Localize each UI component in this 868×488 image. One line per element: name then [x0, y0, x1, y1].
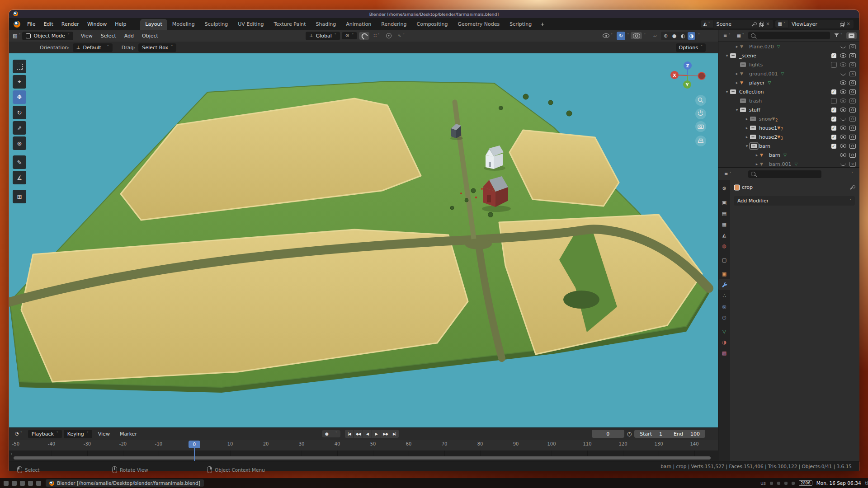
viewport-canvas[interactable]: Z X Y: [9, 53, 718, 427]
hide-eye-icon[interactable]: [840, 126, 846, 130]
falloff-dropdown[interactable]: ∿˅: [396, 32, 407, 39]
blender-menu-icon[interactable]: [14, 21, 20, 28]
outliner-row-_scene[interactable]: ▾_scene✓: [718, 51, 859, 60]
hide-eye-icon[interactable]: [840, 62, 846, 67]
timeline-menu-marker[interactable]: Marker: [116, 429, 141, 439]
tool-scale[interactable]: ⇗: [13, 121, 26, 135]
taskbar-icon[interactable]: [28, 481, 33, 486]
hide-eye-icon[interactable]: [840, 108, 846, 112]
properties-tab-object-data[interactable]: ▽: [718, 326, 730, 337]
menu-file[interactable]: File: [23, 19, 39, 29]
selectable-checkbox[interactable]: [831, 98, 837, 104]
expand-right-icon[interactable]: ▸: [734, 80, 740, 85]
new-collection-button[interactable]: [846, 32, 857, 39]
view-layer-browse-button[interactable]: ▦˅: [775, 20, 788, 28]
outliner-row-snow[interactable]: ▸snow▼2✓: [718, 114, 859, 123]
viewport-menu-view[interactable]: View: [77, 31, 97, 41]
options-dropdown[interactable]: Options ˅: [676, 43, 706, 52]
hide-eye-icon[interactable]: [840, 135, 846, 139]
outliner-row-barn[interactable]: ▸▼barn▽: [718, 150, 859, 160]
eye-closed-icon[interactable]: [840, 117, 846, 121]
workspace-tab-uv-editing[interactable]: UV Editing: [233, 19, 269, 30]
taskbar-icon[interactable]: [12, 481, 17, 486]
outliner-row-stuff[interactable]: ▾stuff✓: [718, 105, 859, 114]
properties-tab-world[interactable]: ◍: [718, 240, 730, 251]
timeline-playback-dropdown[interactable]: Playback˅: [28, 430, 62, 438]
shading-solid-button[interactable]: ●: [670, 32, 678, 40]
tool-select-box[interactable]: [13, 60, 26, 73]
viewport-menu-add[interactable]: Add: [120, 31, 138, 41]
timeline-track[interactable]: ›: [9, 450, 718, 461]
tray-icon[interactable]: [777, 482, 780, 485]
workspace-tab-shading[interactable]: Shading: [311, 19, 341, 30]
hide-eye-icon[interactable]: [840, 53, 846, 58]
workspace-tab-compositing[interactable]: Compositing: [412, 19, 453, 30]
viewport-menu-object[interactable]: Object: [138, 31, 162, 41]
properties-editor-type-button[interactable]: ≡˅: [722, 170, 733, 178]
expand-down-icon[interactable]: ▾: [724, 89, 730, 94]
selectable-checkbox[interactable]: ✓: [831, 126, 836, 131]
camera-view-button[interactable]: [695, 121, 706, 132]
properties-tab-texture[interactable]: ▩: [718, 347, 730, 358]
selectable-checkbox[interactable]: ✓: [831, 144, 836, 149]
render-camera-icon[interactable]: [849, 89, 856, 94]
expand-right-icon[interactable]: ▸: [744, 117, 750, 121]
render-camera-icon[interactable]: [849, 62, 856, 67]
expand-down-icon[interactable]: ▾: [724, 53, 730, 58]
gizmos-dropdown[interactable]: ˅: [627, 34, 629, 38]
timeline-scrollbar[interactable]: [14, 456, 711, 460]
transform-orientation-dropdown[interactable]: ⊥ Global ˅: [306, 32, 340, 40]
properties-tab-view-layer[interactable]: ▦: [718, 219, 730, 230]
selectable-checkbox[interactable]: ✓: [831, 135, 836, 140]
render-camera-icon[interactable]: [849, 80, 856, 85]
render-camera-icon[interactable]: [849, 126, 856, 131]
expand-right-icon[interactable]: ▸: [754, 153, 760, 157]
play-backwards-button[interactable]: ◀: [363, 430, 372, 438]
render-camera-icon[interactable]: [849, 53, 856, 58]
proportional-editing-toggle[interactable]: [384, 32, 394, 40]
tray-icon[interactable]: [784, 482, 788, 485]
workspace-tab-layout[interactable]: Layout: [140, 19, 167, 30]
drag-dropdown[interactable]: Select Box ˅: [138, 43, 176, 52]
hide-eye-icon[interactable]: [840, 153, 846, 157]
taskbar-window-button[interactable]: Blender [/home/amalie/Desktop/blender/fa…: [46, 479, 204, 487]
eye-closed-icon[interactable]: [840, 45, 846, 48]
shading-dropdown[interactable]: ˅: [698, 34, 700, 38]
outliner-filter-button[interactable]: ˅: [832, 32, 844, 39]
outliner-row-ground-001[interactable]: ▸▼ground.001▽: [718, 69, 859, 78]
timeline-menu-view[interactable]: View: [94, 429, 114, 439]
timeline-keying-dropdown[interactable]: Keying˅: [64, 430, 92, 438]
outliner-row-lights[interactable]: lights: [718, 60, 859, 69]
overlays-toggle[interactable]: [631, 32, 642, 39]
mode-dropdown[interactable]: Object Mode ˅: [22, 32, 73, 40]
properties-options-dropdown[interactable]: ˅: [849, 172, 856, 176]
pivot-point-dropdown[interactable]: ⊙˅: [342, 32, 357, 39]
properties-tab-particles[interactable]: ∴: [718, 290, 730, 301]
shading-wireframe-button[interactable]: ⊕: [662, 32, 670, 40]
perspective-toggle-button[interactable]: [695, 136, 706, 146]
properties-search-input[interactable]: [748, 170, 821, 178]
workspace-tab-animation[interactable]: Animation: [341, 19, 376, 30]
properties-tab-modifiers[interactable]: [718, 279, 730, 290]
start-frame-field[interactable]: Start 1: [634, 430, 668, 438]
show-hide-dropdown[interactable]: ˅: [600, 32, 615, 39]
render-camera-icon[interactable]: [849, 144, 856, 149]
snap-toggle[interactable]: [359, 32, 369, 40]
properties-tab-tool[interactable]: ⚙: [718, 183, 730, 194]
disable-render-icon[interactable]: [849, 71, 856, 76]
remove-view-layer-icon[interactable]: ×: [847, 22, 850, 26]
pan-hand-button[interactable]: [695, 108, 706, 119]
workspace-tab-sculpting[interactable]: Sculpting: [200, 19, 233, 30]
tool-move[interactable]: ↔↕: [13, 90, 26, 104]
outliner-row-collection[interactable]: ▾Collection✓: [718, 87, 859, 96]
tool-add-cube[interactable]: ⊞: [13, 190, 26, 203]
outliner-row-barn-001[interactable]: ▸▼barn.001▽: [718, 160, 859, 167]
outliner-row-house2[interactable]: ▸house2▼3✓: [718, 132, 859, 141]
selectable-checkbox[interactable]: [831, 62, 837, 68]
taskbar-icon[interactable]: [36, 481, 41, 486]
tool-transform[interactable]: ⊛: [13, 136, 26, 150]
render-camera-icon[interactable]: [849, 44, 856, 49]
unlink-scene-icon[interactable]: ×: [766, 22, 769, 26]
next-keyframe-button[interactable]: ▶◆: [381, 430, 390, 438]
tool-orientation-dropdown[interactable]: ⊥ Default ˅: [73, 43, 113, 52]
